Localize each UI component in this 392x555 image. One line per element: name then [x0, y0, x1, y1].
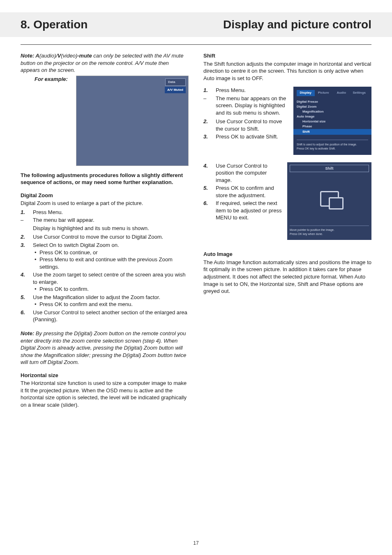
shift-step-2-text: Use Cursor Control to move the cursor to… — [216, 118, 282, 132]
auto-image-body: The Auto Image function automatically si… — [203, 259, 371, 295]
shift-steps-1-3: Press Menu. The menu bar appears on the … — [203, 85, 289, 141]
example-label: For example: — [35, 76, 68, 83]
hs-body: The Horizontal size function is used to … — [21, 380, 189, 408]
osd-tab-picture: Picture — [315, 90, 333, 96]
left-column: Note: A(audio)/V(video)-mute can only be… — [21, 52, 189, 409]
dz-step-1a-text: The menu bar will appear. — [33, 217, 95, 223]
chip-data: Data — [165, 78, 186, 86]
dz-step-4-text: Use the zoom target to select centre of … — [33, 272, 185, 285]
shift-panel-title: Shift — [290, 165, 369, 172]
dz-step-3: Select On to switch Digital Zoom on. Pre… — [21, 242, 189, 270]
osd-help: Shift is used to adjust the position of … — [297, 140, 368, 151]
shift-steps-b: Use Cursor Control to move the cursor to… — [203, 118, 289, 140]
osd-item-auto: Auto Image — [297, 114, 368, 119]
shift-step-3: Press OK to activate Shift. — [203, 133, 289, 140]
page-number: 17 — [0, 540, 392, 546]
osd-tabs: Display Picture Audio Settings — [293, 87, 371, 99]
shift-steps-and-panel: Use Cursor Control to position the compu… — [203, 161, 371, 240]
top-rule — [21, 44, 371, 45]
transition-paragraph: The following adjustments procedures fol… — [21, 172, 189, 186]
shift-steps-4-6: Use Cursor Control to position the compu… — [203, 161, 283, 222]
osd-body: Digital Freeze Digital Zoom Magnificatio… — [293, 99, 371, 138]
note-label: Note: — [21, 53, 35, 59]
osd-item-zoom: Digital Zoom — [297, 104, 368, 109]
dz-step-4: Use the zoom target to select centre of … — [21, 271, 189, 293]
note-mute: -mute — [77, 53, 92, 59]
shift-intro: The Shift function adjusts the computer … — [203, 60, 371, 82]
note2-body: By pressing the D(igital) Zoom button on… — [21, 330, 186, 365]
note-video: (video) — [61, 53, 78, 59]
heading-digital-zoom: Digital Zoom — [21, 192, 189, 199]
note-av-mute: Note: A(audio)/V(video)-mute can only be… — [21, 52, 189, 74]
heading-horizontal-size: Horizontal size — [21, 372, 189, 379]
dz-step-3b: Press Menu to exit and continue with the… — [33, 256, 189, 270]
note-audio: (audio)/ — [39, 53, 58, 59]
shift-steps: Press Menu. — [203, 87, 289, 94]
dz-step-6: Use Cursor Control to select another sec… — [21, 309, 189, 323]
dz-step-3a: Press OK to continue, or — [33, 249, 189, 256]
dz-step-1-text: Press Menu. — [33, 209, 63, 215]
shift-step-1a: The menu bar appears on the screen. Disp… — [203, 95, 289, 117]
shift-step-5-text: Press OK to confirm and store the adjust… — [216, 185, 274, 198]
av-mute-screenshot: Data A/V Muted — [76, 76, 189, 166]
osd-tab-settings: Settings — [350, 90, 369, 96]
osd-item-mag: Magnification — [297, 109, 368, 114]
shift-rectangles-icon — [320, 191, 339, 207]
dz-step-6-text: Use Cursor Control to select another sec… — [33, 309, 187, 323]
osd-item-shift: Shift — [293, 129, 371, 135]
osd-item-phase: Phase — [297, 124, 368, 129]
osd-help-1: Shift is used to adjust the position of … — [297, 143, 368, 147]
osd-item-hsize: Horizontal size — [297, 119, 368, 124]
shift-panel-canvas — [287, 172, 371, 226]
osd-tab-audio: Audio — [332, 90, 350, 96]
shift-step-6: If required, select the next item to be … — [203, 200, 283, 221]
dz-step-5: Use the Magnification slider to adjust t… — [21, 294, 189, 308]
osd-tab-display: Display — [297, 90, 315, 96]
shift-step-2: Use Cursor Control to move the cursor to… — [203, 118, 289, 132]
note-dzoom: Note: By pressing the D(igital) Zoom but… — [21, 330, 189, 366]
dz-step-5-text: Use the Magnification slider to adjust t… — [33, 294, 160, 300]
osd-menu-screenshot: Display Picture Audio Settings Digital F… — [293, 87, 371, 154]
shift-step-1: Press Menu. — [203, 87, 289, 94]
dz-step-3-text: Select On to switch Digital Zoom on. — [33, 242, 119, 248]
chip-avmuted: A/V Muted — [165, 87, 186, 94]
heading-auto-image: Auto Image — [203, 251, 371, 258]
note-a: A — [35, 53, 39, 59]
header-left: 8. Operation — [21, 18, 88, 31]
osd-item-freeze: Digital Freeze — [297, 99, 368, 104]
header-right: Display and picture control — [223, 18, 371, 31]
dz-step-2-text: Use Cursor Control to move the cursor to… — [33, 234, 163, 240]
dz-step-1a: The menu bar will appear. — [21, 216, 189, 224]
dz-steps-2: Use Cursor Control to move the cursor to… — [21, 233, 189, 323]
note-v: V — [58, 53, 61, 59]
dz-steps: Press Menu. — [21, 209, 189, 216]
dz-step-1b: Display is highlighted and its sub menu … — [21, 225, 189, 232]
two-column-body: Note: A(audio)/V(video)-mute can only be… — [21, 52, 371, 409]
osd-help-2: Press OK key to activate Shift. — [297, 147, 368, 151]
shift-panel-help-1: Move pointer to position the image. — [290, 228, 369, 232]
shift-steps-c: Use Cursor Control to position the compu… — [203, 162, 283, 221]
dz-step-2: Use Cursor Control to move the cursor to… — [21, 233, 189, 241]
shift-step-1-text: Press Menu. — [216, 87, 246, 93]
shift-steps-and-osd: Press Menu. The menu bar appears on the … — [203, 85, 371, 154]
note2-label: Note: — [21, 330, 36, 336]
shift-step-3-text: Press OK to activate Shift. — [216, 134, 278, 140]
shift-panel-screenshot: Shift Move pointer to position the image… — [287, 162, 371, 240]
shift-step-4-text: Use Cursor Control to position the compu… — [216, 163, 267, 183]
page: 8. Operation Display and picture control… — [0, 0, 392, 555]
example-row: For example: Data A/V Muted — [21, 76, 189, 166]
right-column: Shift The Shift function adjusts the com… — [203, 52, 371, 409]
dz-intro: Digital Zoom is used to enlarge a part o… — [21, 200, 189, 207]
shift-panel-title-wrap: Shift — [287, 162, 371, 172]
shift-panel-help: Move pointer to position the image. Pres… — [290, 226, 369, 240]
shift-step-4: Use Cursor Control to position the compu… — [203, 162, 283, 184]
dz-step-5a: Press OK to confirm and exit the menu. — [33, 301, 189, 308]
dz-step-1: Press Menu. — [21, 209, 189, 216]
shift-step-6-text: If required, select the next item to be … — [216, 200, 281, 221]
shift-panel-help-2: Press OK key when done. — [290, 232, 369, 236]
heading-shift: Shift — [203, 52, 371, 60]
page-header: 8. Operation Display and picture control — [0, 12, 392, 37]
dz-step-4a: Press OK to confirm. — [33, 286, 189, 293]
shift-step-5: Press OK to confirm and store the adjust… — [203, 184, 283, 199]
